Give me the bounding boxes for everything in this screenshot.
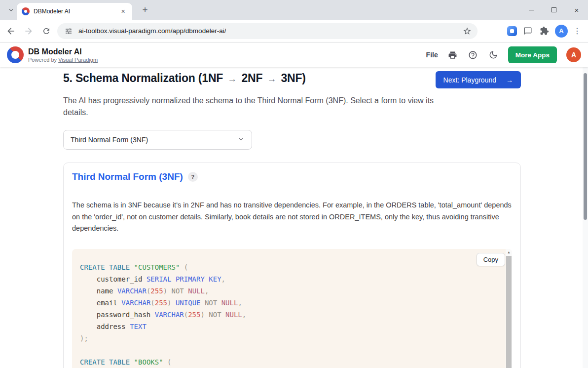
app-subtitle: Powered by Visual Paradigm bbox=[28, 56, 98, 63]
app-header-actions: File More Apps A bbox=[426, 46, 581, 63]
code-scrollbar-thumb[interactable] bbox=[506, 256, 512, 368]
window-controls: × bbox=[520, 0, 588, 20]
help-icon[interactable] bbox=[468, 49, 478, 60]
maximize-button[interactable] bbox=[543, 0, 565, 20]
address-bar[interactable]: ai-toolbox.visual-paradigm.com/app/dbmod… bbox=[57, 23, 478, 39]
site-settings-icon[interactable] bbox=[63, 26, 74, 37]
help-badge[interactable]: ? bbox=[188, 172, 198, 182]
next-playground-button[interactable]: Next: Playground → bbox=[436, 71, 521, 88]
minimize-button[interactable] bbox=[520, 0, 543, 20]
code-scrollbar[interactable]: ▲ bbox=[506, 249, 512, 368]
file-menu[interactable]: File bbox=[426, 51, 438, 59]
browser-tab-strip: DBModeler AI × + × bbox=[0, 0, 588, 20]
powered-by-text: Powered by bbox=[28, 57, 57, 63]
card-title: Third Normal Form (3NF) bbox=[72, 171, 183, 182]
next-playground-label: Next: Playground bbox=[443, 76, 496, 84]
browser-window: DBModeler AI × + × ai-toolbox.visual-par… bbox=[0, 0, 588, 368]
url-text[interactable]: ai-toolbox.visual-paradigm.com/app/dbmod… bbox=[78, 27, 226, 35]
arrow-right-icon: → bbox=[227, 74, 237, 84]
bookmark-star-icon[interactable] bbox=[463, 27, 472, 36]
section-description: The AI has progressively normalized the … bbox=[63, 95, 445, 118]
select-value: Third Normal Form (3NF) bbox=[71, 136, 148, 144]
page-scrollbar[interactable] bbox=[583, 67, 588, 368]
app-title: DB Modeler AI bbox=[28, 47, 98, 56]
tab-title: DBModeler AI bbox=[34, 8, 115, 15]
extensions-puzzle-icon[interactable] bbox=[539, 26, 550, 37]
pinned-extension-icon[interactable] bbox=[507, 26, 517, 36]
arrow-right-icon: → bbox=[267, 74, 276, 84]
window-close-button[interactable]: × bbox=[565, 0, 588, 20]
chat-icon[interactable] bbox=[522, 26, 533, 37]
more-apps-button[interactable]: More Apps bbox=[508, 46, 557, 63]
tab-favicon-icon bbox=[22, 7, 30, 15]
tab-search-chevron-icon[interactable] bbox=[5, 4, 17, 16]
section-title-3nf: 3NF) bbox=[281, 72, 305, 84]
arrow-right-icon: → bbox=[506, 76, 513, 84]
maximize-icon bbox=[551, 7, 556, 12]
normal-form-select[interactable]: Third Normal Form (3NF) bbox=[63, 130, 252, 150]
dark-mode-moon-icon[interactable] bbox=[488, 49, 499, 60]
user-avatar[interactable]: A bbox=[566, 47, 581, 62]
section-title-2nf: 2NF bbox=[241, 72, 262, 84]
normal-form-card: Third Normal Form (3NF) ? The schema is … bbox=[63, 163, 521, 368]
page-content: 5. Schema Normalization (1NF → 2NF → 3NF… bbox=[0, 67, 588, 368]
copy-button[interactable]: Copy bbox=[477, 253, 505, 266]
app-header: DB Modeler AI Powered by Visual Paradigm… bbox=[0, 42, 588, 67]
sql-code-block: CREATE TABLE "CUSTOMERS" ( customer_id S… bbox=[72, 249, 512, 368]
reload-button[interactable] bbox=[39, 24, 53, 38]
chevron-down-icon bbox=[237, 135, 245, 144]
scroll-up-icon[interactable]: ▲ bbox=[506, 249, 512, 255]
back-button[interactable] bbox=[4, 24, 18, 38]
card-explanation: The schema is in 3NF because it's in 2NF… bbox=[72, 200, 512, 235]
sql-code: CREATE TABLE "CUSTOMERS" ( customer_id S… bbox=[72, 249, 512, 368]
tab-close-icon[interactable]: × bbox=[119, 7, 127, 16]
section-title: 5. Schema Normalization (1NF → 2NF → 3NF… bbox=[63, 71, 306, 86]
browser-menu-icon[interactable]: ⋮ bbox=[573, 26, 581, 36]
section-title-prefix: 5. Schema Normalization (1NF bbox=[63, 72, 223, 84]
app-title-block: DB Modeler AI Powered by Visual Paradigm bbox=[28, 47, 98, 63]
toolbar-right-icons: A ⋮ bbox=[507, 25, 581, 38]
browser-tab[interactable]: DBModeler AI × bbox=[17, 3, 132, 20]
minimize-icon bbox=[529, 10, 534, 10]
page-scrollbar-thumb[interactable] bbox=[584, 73, 587, 220]
print-icon[interactable] bbox=[447, 49, 458, 60]
new-tab-button[interactable]: + bbox=[139, 4, 151, 16]
forward-button[interactable] bbox=[22, 24, 36, 38]
visual-paradigm-link[interactable]: Visual Paradigm bbox=[58, 57, 98, 63]
browser-toolbar: ai-toolbox.visual-paradigm.com/app/dbmod… bbox=[0, 20, 588, 42]
browser-profile-avatar[interactable]: A bbox=[555, 25, 568, 38]
app-logo-icon bbox=[7, 46, 24, 63]
